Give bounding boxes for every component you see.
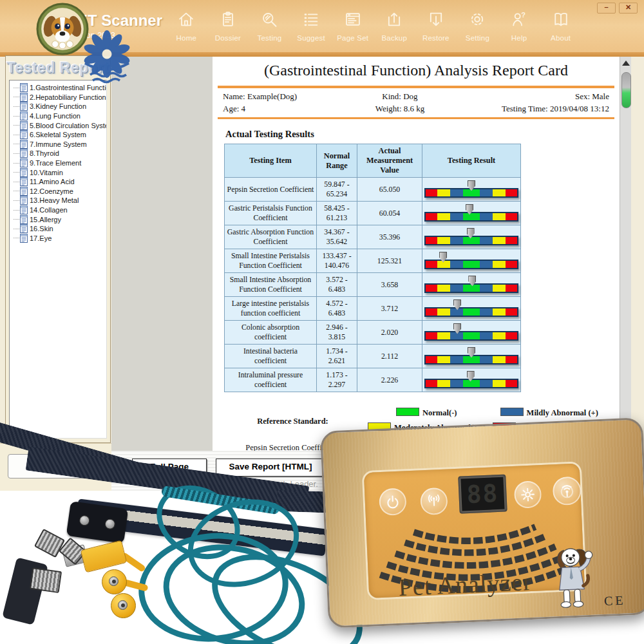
toolbar-button-label: About	[540, 34, 582, 42]
tree-item-label: 2.Hepatobiliary Function	[30, 93, 106, 101]
result-cell	[422, 368, 521, 392]
report-doc-icon	[20, 111, 28, 120]
snap-electrode-photo	[102, 569, 127, 594]
tree-item[interactable]: 12.Coenzyme	[11, 187, 106, 196]
table-row: Pepsin Secretion Coefficient 59.847 - 65…	[225, 178, 521, 202]
testing-item-cell: Large intestine peristalsis function coe…	[225, 297, 317, 321]
measurement-cell: 60.054	[357, 202, 422, 225]
result-bar-scale	[424, 212, 518, 222]
tree-item[interactable]: 14.Collagen	[11, 205, 106, 215]
broadcast-icon	[552, 476, 582, 506]
tree-item[interactable]: 8.Thyroid	[11, 149, 106, 158]
result-cell	[422, 202, 521, 225]
result-cell	[422, 178, 521, 202]
device-led-display: 88	[458, 474, 507, 513]
result-bar	[424, 276, 518, 294]
normal-range-cell: 4.572 - 6.483	[317, 297, 357, 321]
testing-time: Testing Time: 2019/04/08 13:12	[453, 104, 609, 114]
tree-item[interactable]: 13.Heavy Metal	[11, 196, 106, 205]
result-bar	[424, 348, 518, 365]
normal-range-cell: 1.173 - 2.297	[317, 368, 357, 392]
legend-item: Mildly Abnormal (+)	[488, 408, 611, 419]
normal-range-cell: 2.946 - 3.815	[317, 321, 357, 345]
legend-label: Mildly Abnormal (+)	[527, 408, 598, 417]
normal-range-cell: 34.367 - 35.642	[317, 225, 357, 249]
toolbar-button[interactable]: Page Set	[332, 10, 374, 42]
tree-item-label: 5.Blood Circulation System	[30, 122, 107, 129]
tree-item[interactable]: 10.Vitamin	[11, 167, 106, 177]
tree-item[interactable]: 7.Immune System	[11, 140, 106, 149]
patient-kind: Kind: Dog	[346, 91, 454, 102]
toolbar-button[interactable]: ? Help	[498, 10, 540, 42]
tree-item-label: 16.Skin	[30, 225, 53, 232]
tree-item[interactable]: 17.Eye	[11, 234, 106, 243]
tree-branch-line	[14, 88, 19, 88]
normal-range-cell: 1.734 - 2.621	[317, 345, 357, 368]
report-doc-icon	[20, 93, 28, 102]
toolbar-button-label: Restore	[415, 34, 457, 42]
report-doc-icon	[20, 102, 28, 111]
toolbar-button[interactable]: Backup	[374, 10, 415, 42]
tree-branch-line	[14, 229, 19, 229]
toolbar-button[interactable]: Testing	[249, 10, 290, 42]
result-bar-scale	[424, 307, 518, 317]
svg-text:?: ?	[521, 11, 526, 19]
tree-item-label: 13.Heavy Metal	[30, 196, 79, 204]
report-doc-icon	[20, 224, 28, 233]
tree-item-label: 12.Coenzyme	[30, 187, 73, 195]
testing-item-cell: Small Intestine Peristalsis Function Coe…	[225, 249, 317, 273]
close-button[interactable]: ✕	[619, 3, 638, 14]
tree-branch-line	[14, 200, 19, 201]
testing-item-cell: Small Intestine Absorption Function Coef…	[225, 273, 317, 297]
tree-item[interactable]: 16.Skin	[11, 224, 106, 234]
antenna-signal-icon	[420, 487, 448, 515]
tree-item-label: 6.Skeletal System	[30, 131, 86, 138]
tree-item[interactable]: 5.Blood Circulation System	[11, 120, 106, 130]
tree-item[interactable]: 15.Allergy	[11, 214, 106, 224]
table-row: Gastric Peristalsis Function Coefficient…	[225, 202, 521, 225]
tree-item[interactable]: 4.Lung Function	[11, 111, 106, 121]
tree-item[interactable]: 9.Trace Element	[11, 158, 106, 168]
toolbar-icon: ?	[510, 10, 528, 28]
tree-branch-line	[14, 135, 19, 135]
tree-item[interactable]: 2.Hepatobiliary Function	[11, 93, 106, 102]
divider-orange	[218, 117, 614, 119]
report-viewport: (Gastrointestinal Function) Analysis Rep…	[111, 57, 620, 451]
report-page: (Gastrointestinal Function) Analysis Rep…	[213, 57, 620, 451]
testing-item-cell: Intestinal bacteria coefficient	[225, 345, 317, 368]
table-row: Large intestine peristalsis function coe…	[225, 297, 521, 321]
results-table: Testing Item Normal Range Actual Measure…	[224, 144, 521, 392]
tree-item[interactable]: 6.Skeletal System	[11, 130, 106, 140]
scrollbar-thumb[interactable]	[621, 72, 631, 108]
toolbar-button[interactable]: About	[540, 10, 582, 42]
table-row: Small Intestine Absorption Function Coef…	[225, 273, 521, 297]
report-doc-icon	[20, 168, 28, 177]
tree-item[interactable]: 3.Kidney Function	[11, 102, 106, 111]
patient-age: Age: 4	[223, 104, 346, 114]
toolbar-button[interactable]: Dossier	[207, 10, 249, 42]
table-row: Intestinal bacteria coefficient 1.734 - …	[225, 345, 521, 368]
result-bar	[424, 372, 518, 389]
toolbar-button[interactable]: Suggest	[290, 10, 332, 42]
minimize-button[interactable]: –	[597, 3, 616, 14]
toolbar-button-label: Suggest	[290, 34, 332, 42]
save-report-html-button[interactable]: Save Report [HTML]	[216, 459, 325, 477]
toolbar-button[interactable]: Home	[166, 10, 207, 42]
patient-weight: Weight: 8.6 kg	[346, 104, 454, 114]
metal-crimp-photo	[30, 567, 62, 593]
results-header-row: Testing Item Normal Range Actual Measure…	[225, 144, 521, 178]
legend-color-swatch	[396, 408, 419, 416]
measurement-cell: 2.226	[357, 368, 422, 392]
pet-analyzer-device-photo: 88	[320, 417, 644, 629]
toolbar-button[interactable]: Setting	[457, 10, 498, 42]
toolbar-icon	[427, 10, 445, 28]
toolbar-button[interactable]: Restore	[415, 10, 457, 42]
tree-branch-line	[14, 97, 19, 97]
tree-item[interactable]: 11.Amino Acid	[11, 177, 106, 187]
section-heading: Actual Testing Results	[225, 129, 620, 140]
vertical-scrollbar[interactable]	[620, 57, 631, 451]
patient-name: Name: Example(Dog)	[223, 91, 346, 102]
patient-info: Name: Example(Dog) Kind: Dog Sex: Male A…	[223, 91, 609, 114]
normal-range-cell: 3.572 - 6.483	[317, 273, 357, 297]
scroll-up-icon[interactable]	[622, 61, 630, 66]
